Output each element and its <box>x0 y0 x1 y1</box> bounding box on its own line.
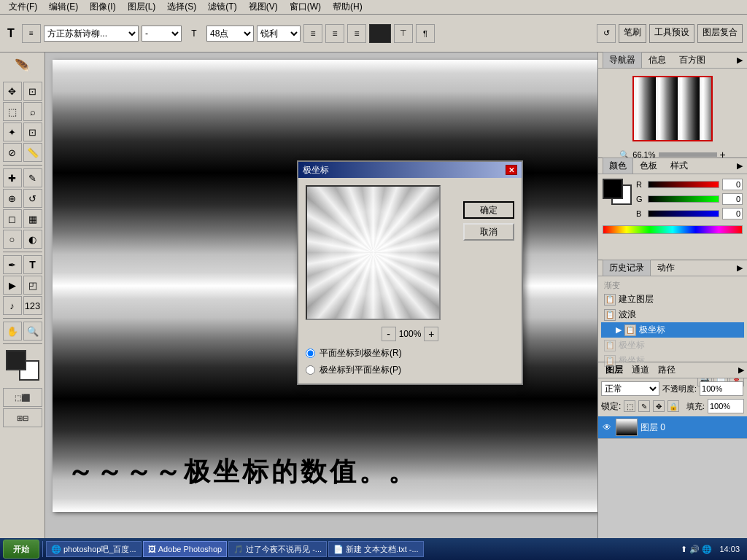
zoom-tool[interactable]: 🔍 <box>23 322 42 341</box>
history-panel-options[interactable]: ▶ <box>737 263 743 273</box>
start-button[interactable]: 开始 <box>3 540 39 559</box>
quick-mask-btn[interactable]: ⬚⬛ <box>3 388 42 407</box>
menu-help[interactable]: 帮助(H) <box>327 0 368 15</box>
menu-layer[interactable]: 图层(L) <box>122 0 162 15</box>
count-tool[interactable]: 123 <box>23 296 42 315</box>
crop-tool[interactable]: ⊡ <box>23 122 42 141</box>
eraser-tool[interactable]: ◻ <box>3 209 22 228</box>
select-rect-tool[interactable]: ⬚ <box>3 102 22 121</box>
move-tool[interactable]: ✥ <box>3 82 22 101</box>
menu-window[interactable]: 窗口(W) <box>284 0 327 15</box>
tool-preset-tab[interactable]: 工具预设 <box>649 24 694 43</box>
taskbar-item-1[interactable]: 🖼 Adobe Photoshop <box>143 541 227 557</box>
font-align-btn[interactable]: ≡ <box>22 24 41 43</box>
menu-file[interactable]: 文件(F) <box>3 0 43 15</box>
anti-alias-select[interactable]: 锐利 <box>257 26 301 42</box>
taskbar-item-2[interactable]: 🎵 过了今夜不说再见 -... <box>228 541 327 557</box>
font-style-select[interactable]: - <box>142 26 182 42</box>
history-item-wave[interactable]: 📋 波浪 <box>601 307 744 322</box>
text-color-swatch[interactable] <box>369 24 391 43</box>
fill-input[interactable] <box>708 399 744 413</box>
lock-transparency-btn[interactable]: ⬚ <box>624 400 635 412</box>
zoom-in-button[interactable]: + <box>424 327 438 341</box>
navigator-zoom-slider[interactable] <box>659 152 717 157</box>
tab-histogram[interactable]: 百方图 <box>673 52 712 69</box>
brush-tool[interactable]: ✎ <box>23 168 42 187</box>
green-slider[interactable] <box>648 195 719 203</box>
opacity-input[interactable] <box>700 381 743 396</box>
screen-mode-btn[interactable]: ⊞⊟ <box>3 408 42 427</box>
radio-polar-to-flat[interactable]: 极坐标到平面坐标(P) <box>306 364 514 376</box>
history-item-polar1[interactable]: ▶ 📋 极坐标 <box>601 322 744 338</box>
radio-polar-to-flat-input[interactable] <box>306 365 315 375</box>
tab-swatches[interactable]: 色板 <box>633 158 664 174</box>
align-left-icon[interactable]: ≡ <box>303 24 322 43</box>
notes-tool[interactable]: ♪ <box>3 296 22 315</box>
red-input[interactable]: 0 <box>722 179 743 190</box>
ruler-tool[interactable]: 📏 <box>23 143 42 162</box>
layers-panel-options[interactable]: ▶ <box>738 365 744 375</box>
tab-styles[interactable]: 样式 <box>664 158 694 174</box>
warp-text-icon[interactable]: ⊤ <box>394 24 413 43</box>
layer-comp-tab[interactable]: 图层复合 <box>697 24 743 43</box>
layer-visibility-toggle[interactable]: 👁 <box>601 421 613 433</box>
lasso-tool[interactable]: ⌕ <box>23 102 42 121</box>
tab-paths[interactable]: 路径 <box>654 362 680 378</box>
history-item-new-layer[interactable]: 📋 建立图层 <box>601 292 744 307</box>
menu-view[interactable]: 视图(V) <box>243 0 284 15</box>
menu-edit[interactable]: 编辑(E) <box>43 0 84 15</box>
foreground-color-swatch[interactable] <box>6 350 26 370</box>
tab-channels[interactable]: 通道 <box>627 362 654 378</box>
dialog-close-button[interactable]: ✕ <box>506 165 517 175</box>
history-brush-tool[interactable]: ↺ <box>23 189 42 208</box>
history-item-jianxue[interactable]: 渐变 <box>601 279 744 292</box>
tab-color[interactable]: 颜色 <box>603 158 633 174</box>
taskbar-item-3[interactable]: 📄 新建 文本文档.txt -... <box>328 541 424 557</box>
zoom-out-button[interactable]: - <box>382 327 396 341</box>
radio-flat-to-polar[interactable]: 平面坐标到极坐标(R) <box>306 347 514 359</box>
clone-stamp-tool[interactable]: ⊕ <box>3 189 22 208</box>
red-slider[interactable] <box>648 181 719 188</box>
menu-filter[interactable]: 滤镜(T) <box>202 0 242 15</box>
tab-info[interactable]: 信息 <box>642 52 673 69</box>
color-spectrum-bar[interactable] <box>603 225 743 234</box>
font-size-select[interactable]: 48点 <box>206 26 254 42</box>
layer-item-0[interactable]: 👁 图层 0 <box>598 416 747 439</box>
foreground-color-box[interactable] <box>603 179 623 199</box>
pen-tool[interactable]: ✒ <box>3 255 22 274</box>
magic-wand-tool[interactable]: ✦ <box>3 122 22 141</box>
brush-tab[interactable]: 笔刷 <box>619 24 646 43</box>
hand-tool[interactable]: ✋ <box>3 322 22 341</box>
eyedropper-tool[interactable]: ⊘ <box>3 143 22 162</box>
lock-pixels-btn[interactable]: ✎ <box>638 400 650 412</box>
char-panel-icon[interactable]: ¶ <box>416 24 435 43</box>
align-right-icon[interactable]: ≡ <box>347 24 366 43</box>
blur-tool[interactable]: ○ <box>3 230 22 249</box>
menu-image[interactable]: 图像(I) <box>84 0 121 15</box>
lock-all-btn[interactable]: 🔒 <box>667 400 679 412</box>
shape-tool[interactable]: ◰ <box>23 276 42 295</box>
taskbar-item-0[interactable]: 🌐 photoshop吧_百度... <box>46 541 142 557</box>
confirm-button[interactable]: 确定 <box>463 201 514 219</box>
align-center-icon[interactable]: ≡ <box>325 24 344 43</box>
navigator-panel-options[interactable]: ▶ <box>737 55 743 65</box>
tab-actions[interactable]: 动作 <box>651 260 681 276</box>
blue-slider[interactable] <box>648 210 719 217</box>
color-panel-options[interactable]: ▶ <box>737 161 743 171</box>
type-tool[interactable]: T <box>23 255 42 274</box>
artboard-tool[interactable]: ⊡ <box>23 82 42 101</box>
dodge-tool[interactable]: ◐ <box>23 230 42 249</box>
path-select-tool[interactable]: ▶ <box>3 276 22 295</box>
blend-mode-select[interactable]: 正常 <box>601 381 659 396</box>
green-input[interactable]: 0 <box>722 193 743 205</box>
rotate-view-icon[interactable]: ↺ <box>597 24 616 43</box>
cancel-button[interactable]: 取消 <box>463 223 514 241</box>
menu-select[interactable]: 选择(S) <box>161 0 202 15</box>
lock-position-btn[interactable]: ✥ <box>653 400 665 412</box>
history-item-polar2[interactable]: 📋 极坐标 <box>601 338 744 353</box>
radio-flat-to-polar-input[interactable] <box>306 349 315 358</box>
gradient-tool[interactable]: ▦ <box>23 209 42 228</box>
blue-input[interactable]: 0 <box>722 208 743 219</box>
heal-brush-tool[interactable]: ✚ <box>3 168 22 187</box>
font-name-select[interactable]: 方正苏新诗柳... <box>44 26 139 42</box>
